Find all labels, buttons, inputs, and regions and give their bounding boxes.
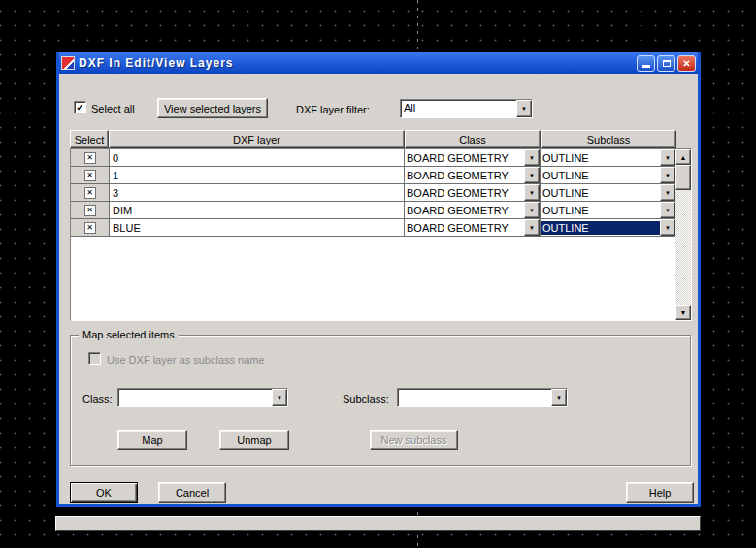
row-checkbox[interactable]: ✕ — [84, 170, 96, 181]
class-combobox-value — [118, 389, 272, 406]
scroll-up-glyph: ▲ — [680, 154, 687, 161]
row-subclass-cell[interactable]: OUTLINE▼ — [541, 202, 675, 218]
dropdown-arrow-glyph: ▼ — [665, 190, 671, 196]
vertical-scrollbar[interactable]: ▲ ▼ — [675, 149, 691, 320]
scrollbar-thumb[interactable] — [675, 165, 691, 190]
class-label: Class: — [82, 393, 113, 404]
scrollbar-track[interactable] — [675, 190, 691, 305]
layer-name: 3 — [113, 187, 118, 199]
map-selected-items-group: Map selected items Use DXF layer as subc… — [70, 335, 691, 466]
ok-button-label: OK — [96, 487, 112, 499]
dropdown-arrow-glyph: ▼ — [521, 106, 527, 112]
row-class-cell[interactable]: BOARD GEOMETRY▼ — [405, 202, 541, 218]
help-button[interactable]: Help — [626, 482, 694, 503]
dropdown-arrow-glyph: ▼ — [556, 395, 562, 401]
subclass-dropdown-icon[interactable]: ▼ — [660, 202, 675, 218]
minimize-button[interactable] — [637, 55, 655, 72]
chevron-down-icon[interactable]: ▼ — [516, 100, 532, 117]
class-dropdown-icon[interactable]: ▼ — [524, 184, 540, 201]
row-class-cell[interactable]: BOARD GEOMETRY▼ — [405, 219, 541, 236]
maximize-icon — [663, 60, 671, 67]
row-checkbox[interactable]: ✕ — [84, 205, 96, 216]
subclass-value: OUTLINE — [541, 151, 660, 165]
row-checkbox[interactable]: ✕ — [84, 152, 96, 164]
header-class: Class — [405, 130, 541, 148]
row-select-cell[interactable]: ✕ — [71, 219, 110, 236]
dxf-in-edit-view-layers-dialog: DXF In Edit/View Layers ✕ ✓ Select all V… — [56, 52, 701, 507]
row-subclass-cell[interactable]: OUTLINE▼ — [541, 167, 675, 183]
row-layer-cell: DIM — [110, 202, 405, 218]
table-row: ✕ BLUE BOARD GEOMETRY▼ OUTLINE▼ — [71, 219, 675, 237]
row-class-cell[interactable]: BOARD GEOMETRY▼ — [405, 167, 541, 183]
select-all-checkbox[interactable]: ✓ — [74, 101, 86, 113]
layer-name: BLUE — [113, 222, 141, 234]
row-layer-cell: 0 — [110, 149, 405, 166]
chevron-down-icon[interactable]: ▼ — [551, 389, 567, 406]
use-dxf-layer-label: Use DXF layer as subclass name — [107, 354, 265, 366]
row-checkbox[interactable]: ✕ — [84, 187, 96, 199]
row-subclass-cell[interactable]: OUTLINE▼ — [541, 219, 675, 236]
row-check-icon: ✕ — [86, 224, 93, 232]
row-class-cell[interactable]: BOARD GEOMETRY▼ — [405, 184, 541, 201]
subclass-value: OUTLINE — [541, 186, 660, 200]
ok-button[interactable]: OK — [70, 482, 138, 503]
class-dropdown-icon[interactable]: ▼ — [524, 149, 540, 166]
row-layer-cell: 3 — [110, 184, 405, 201]
row-check-icon: ✕ — [86, 207, 93, 214]
layer-name: 0 — [113, 152, 118, 164]
class-value: BOARD GEOMETRY — [405, 169, 524, 182]
close-button[interactable]: ✕ — [677, 55, 696, 72]
table-row: ✕ 0 BOARD GEOMETRY▼ OUTLINE▼ — [71, 149, 675, 167]
map-button[interactable]: Map — [117, 430, 187, 450]
class-value: BOARD GEOMETRY — [405, 186, 524, 200]
row-class-cell[interactable]: BOARD GEOMETRY▼ — [405, 149, 541, 166]
app-icon — [61, 56, 75, 70]
subclass-dropdown-icon[interactable]: ▼ — [660, 184, 675, 201]
subclass-dropdown-icon[interactable]: ▼ — [660, 167, 675, 183]
dxf-layer-filter-label: DXF layer filter: — [296, 104, 370, 115]
scroll-down-icon[interactable]: ▼ — [675, 305, 691, 320]
map-button-label: Map — [142, 435, 162, 446]
dropdown-arrow-glyph: ▼ — [529, 208, 535, 213]
dropdown-arrow-glyph: ▼ — [665, 155, 671, 161]
row-select-cell[interactable]: ✕ — [71, 167, 110, 183]
row-check-icon: ✕ — [86, 154, 93, 162]
subclass-dropdown-icon[interactable]: ▼ — [660, 149, 675, 166]
subclass-dropdown-icon[interactable]: ▼ — [660, 219, 675, 236]
dropdown-arrow-glyph: ▼ — [665, 173, 671, 178]
dxf-layer-filter-combobox[interactable]: All ▼ — [400, 99, 533, 118]
use-dxf-layer-checkbox — [88, 352, 101, 365]
title-bar[interactable]: DXF In Edit/View Layers ✕ — [59, 52, 698, 74]
new-subclass-button: New subclass — [370, 430, 458, 450]
row-select-cell[interactable]: ✕ — [71, 184, 110, 201]
row-layer-cell: 1 — [110, 167, 405, 183]
row-select-cell[interactable]: ✕ — [71, 202, 110, 218]
row-checkbox[interactable]: ✕ — [84, 222, 96, 234]
dropdown-arrow-glyph: ▼ — [529, 155, 535, 161]
dropdown-arrow-glyph: ▼ — [529, 190, 535, 196]
view-selected-layers-button[interactable]: View selected layers — [157, 98, 268, 118]
table-rows: ✕ 0 BOARD GEOMETRY▼ OUTLINE▼ ✕ 1 BOARD G… — [71, 149, 675, 237]
class-combobox[interactable]: ▼ — [117, 388, 288, 407]
class-dropdown-icon[interactable]: ▼ — [524, 202, 540, 218]
chevron-down-icon[interactable]: ▼ — [272, 389, 287, 406]
maximize-button[interactable] — [657, 55, 675, 72]
row-select-cell[interactable]: ✕ — [71, 149, 110, 166]
row-subclass-cell[interactable]: OUTLINE▼ — [541, 184, 675, 201]
dropdown-arrow-glyph: ▼ — [529, 225, 535, 231]
row-check-icon: ✕ — [86, 189, 93, 197]
cancel-button[interactable]: Cancel — [158, 482, 226, 503]
subclass-value: OUTLINE — [541, 169, 660, 182]
header-subclass: Subclass — [541, 130, 676, 148]
class-dropdown-icon[interactable]: ▼ — [524, 167, 540, 183]
subclass-value: OUTLINE — [541, 204, 660, 217]
table-row: ✕ 3 BOARD GEOMETRY▼ OUTLINE▼ — [71, 184, 675, 202]
subclass-combobox[interactable]: ▼ — [397, 388, 568, 407]
select-all-label: Select all — [91, 103, 135, 114]
class-dropdown-icon[interactable]: ▼ — [524, 219, 540, 236]
new-subclass-button-label: New subclass — [381, 435, 447, 446]
unmap-button[interactable]: Unmap — [219, 430, 289, 450]
help-button-label: Help — [649, 487, 672, 499]
row-subclass-cell[interactable]: OUTLINE▼ — [541, 149, 675, 166]
scroll-up-icon[interactable]: ▲ — [675, 149, 691, 165]
